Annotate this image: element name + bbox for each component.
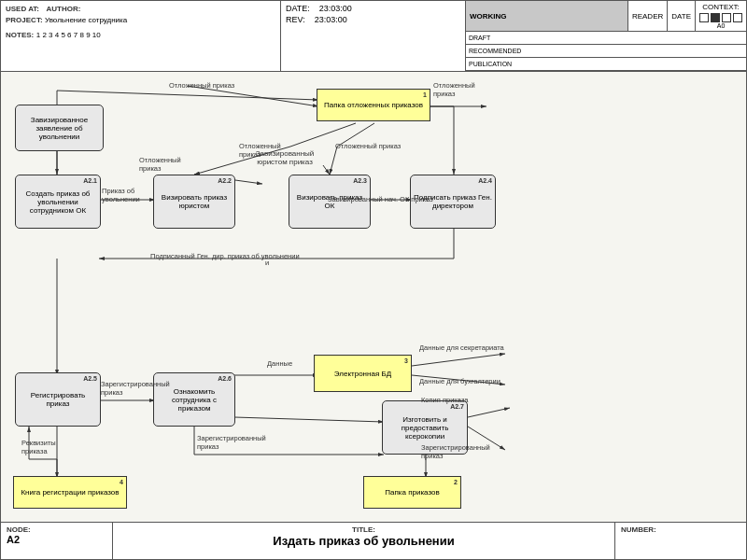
label-dannye-bukh: Данные для бухгалтерии: [419, 377, 500, 385]
box-zaviz-zayavlenie: Завизированное заявление об увольнении: [15, 105, 104, 151]
context-header: CONTEXT: A0: [696, 1, 746, 31]
label-otl-prikaz-topright: Отложенныйприказ: [433, 81, 475, 98]
footer-node: NODE: A2: [1, 523, 113, 559]
draft-label: DRAFT: [466, 35, 746, 41]
publication-row: PUBLICATION: [466, 58, 746, 71]
publication-label: PUBLICATION: [466, 61, 746, 67]
context-ab: A0: [717, 22, 726, 29]
label-zareg-prikaz-2: Зарегистрированныйприказ: [197, 434, 266, 451]
footer: NODE: A2 TITLE: Издать приказ об увольне…: [1, 522, 746, 559]
header: USED AT: AUTHOR: PROJECT: Увольнение сот…: [1, 1, 746, 72]
project-row: PROJECT: Увольнение сотрудника: [6, 15, 275, 24]
label-otl-prikaz-mid: Отложенныйприказ: [239, 142, 281, 159]
date-header: DATE: [668, 1, 696, 31]
project-label: PROJECT:: [6, 16, 43, 24]
label-kopiya: Копия приказа: [421, 396, 469, 404]
working-status: WORKING: [466, 1, 628, 31]
label-i: и: [265, 259, 269, 267]
header-center: DATE: 23:03:00 REV: 23:03:00: [281, 1, 466, 71]
date-row: DATE: 23:03:00: [286, 4, 460, 13]
author-label: AUTHOR:: [47, 5, 81, 13]
used-at-row: USED AT: AUTHOR:: [6, 4, 275, 13]
label-dannye: Данные: [267, 359, 292, 368]
sq-empty3: [733, 13, 742, 22]
draft-row: DRAFT: [466, 32, 746, 45]
label-zaviz-nach: Завизированный нач. ОК приказ: [328, 195, 433, 203]
sq-empty2: [722, 13, 731, 22]
svg-line-21: [468, 408, 510, 417]
svg-line-4: [323, 165, 330, 175]
label-zareg-prikaz-3: Зарегистрированныйприказ: [421, 443, 490, 460]
recommended-label: RECOMMENDED: [466, 48, 746, 54]
rev-row: REV: 23:03:00: [286, 15, 460, 24]
svg-line-18: [412, 354, 505, 366]
header-right-top: WORKING READER DATE CONTEXT: A0: [466, 1, 746, 32]
box-vizirovat-yurist: A2.2 Визировать приказ юристом: [153, 175, 235, 229]
label-dannye-sekr: Данные для секретариата: [419, 343, 504, 352]
notes-value: 1 2 3 4 5 6 7 8 9 10: [36, 31, 101, 39]
date-label: DATE:: [286, 4, 310, 13]
notes-label: NOTES:: [6, 31, 34, 39]
svg-line-20: [234, 417, 384, 422]
arrows-svg: [1, 72, 746, 522]
title-label: TITLE:: [119, 525, 609, 534]
date-value: 23:03:00: [319, 4, 352, 13]
box-elbd: 3 Электронная БД: [314, 355, 412, 392]
label-otl-prikaz-top: Отложенный приказ: [169, 81, 234, 90]
context-squares: [699, 13, 742, 22]
header-right: WORKING READER DATE CONTEXT: A0: [466, 1, 746, 71]
label-podpis-gen: Подписанный Ген. дир. приказ об увольнен…: [150, 252, 300, 260]
title-value: Издать приказ об увольнении: [119, 534, 609, 548]
status-rows: DRAFT RECOMMENDED PUBLICATION: [466, 32, 746, 71]
diagram-area: Завизированное заявление об увольнении A…: [1, 72, 746, 522]
box-kniga: 4 Книга регистрации приказов: [13, 476, 127, 509]
label-zareg-prikaz-1: Зарегистрированныйприказ: [101, 380, 170, 397]
reader-header: READER: [628, 1, 668, 31]
svg-line-13: [57, 91, 318, 100]
main-container: USED AT: AUTHOR: PROJECT: Увольнение сот…: [0, 0, 747, 560]
node-label: NODE:: [7, 525, 106, 534]
project-value: Увольнение сотрудника: [45, 16, 127, 24]
rev-label: REV:: [286, 15, 305, 24]
svg-line-10: [330, 147, 337, 175]
label-prikaz-uvol: Приказ обувольнении: [102, 187, 140, 203]
header-left: USED AT: AUTHOR: PROJECT: Увольнение сот…: [1, 1, 281, 71]
box-papka-otlozh: 1 Папка отложенных приказов: [317, 89, 430, 121]
footer-number: NUMBER:: [615, 523, 746, 559]
box-sozdat-prikaz: A2.1 Создать приказ об увольнении сотруд…: [15, 175, 101, 229]
recommended-row: RECOMMENDED: [466, 45, 746, 58]
label-rekviz: Реквизитыприказа: [21, 439, 56, 455]
label-otl-prikaz-left: Отложенныйприказ: [139, 156, 181, 173]
notes-row: NOTES: 1 2 3 4 5 6 7 8 9 10: [6, 30, 275, 39]
footer-title: TITLE: Издать приказ об увольнении: [113, 523, 615, 559]
box-registr-prikaz: A2.5 Регистрировать приказ: [15, 372, 101, 427]
sq-filled: [711, 13, 720, 22]
box-papka-prikaz: 2 Папка приказов: [363, 476, 461, 509]
used-at-label: USED AT:: [6, 5, 39, 13]
node-value: A2: [7, 534, 106, 545]
sq-empty1: [699, 13, 709, 22]
number-label: NUMBER:: [621, 525, 740, 534]
rev-value: 23:03:00: [315, 15, 347, 24]
label-otl-prikaz-right: Отложенный приказ: [335, 142, 401, 150]
